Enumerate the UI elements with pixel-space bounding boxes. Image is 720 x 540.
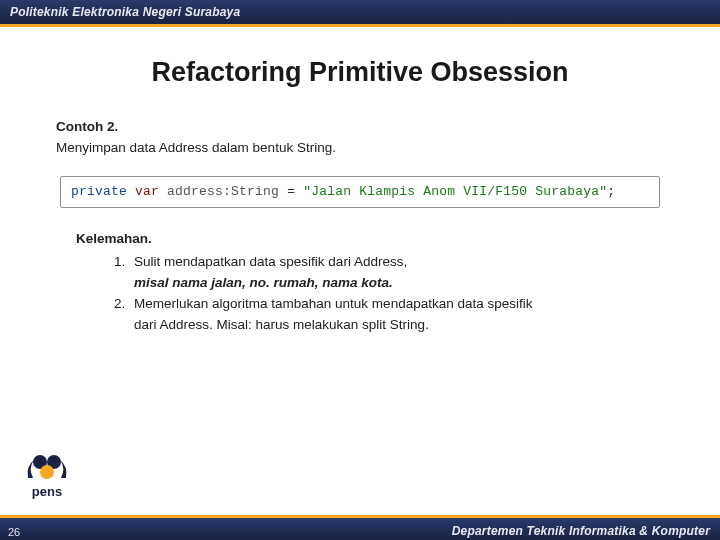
list-text: Memerlukan algoritma tambahan untuk mend…	[134, 296, 532, 311]
svg-point-2	[40, 465, 54, 479]
example-label: Contoh 2.	[56, 118, 664, 137]
code-semicolon: ;	[607, 184, 615, 199]
footer-bar: 26 Departemen Teknik Informatika & Kompu…	[0, 518, 720, 540]
weakness-block: Kelemahan. 1.Sulit mendapatkan data spes…	[76, 230, 664, 334]
svg-text:pens: pens	[32, 484, 62, 499]
header-accent-line	[0, 24, 720, 27]
content-area: Contoh 2. Menyimpan data Address dalam b…	[0, 118, 720, 334]
list-item: 1.Sulit mendapatkan data spesifik dari A…	[114, 253, 664, 272]
example-description: Menyimpan data Address dalam bentuk Stri…	[56, 139, 664, 158]
code-keyword-var: var	[135, 184, 159, 199]
header-bar: Politeknik Elektronika Negeri Surabaya	[0, 0, 720, 24]
page-number: 26	[8, 526, 20, 538]
weakness-title: Kelemahan.	[76, 230, 664, 249]
pens-logo: pens	[20, 448, 76, 504]
institution-name: Politeknik Elektronika Negeri Surabaya	[10, 5, 240, 19]
list-item-cont: dari Address. Misal: harus melakukan spl…	[134, 316, 664, 335]
list-item-cont: misal nama jalan, no. rumah, nama kota.	[134, 274, 664, 293]
code-type: String	[231, 184, 279, 199]
slide-title: Refactoring Primitive Obsession	[0, 57, 720, 88]
code-equals: =	[287, 184, 303, 199]
list-number: 2.	[114, 295, 134, 314]
list-text: Sulit mendapatkan data spesifik dari Add…	[134, 254, 407, 269]
code-keyword-private: private	[71, 184, 127, 199]
list-number: 1.	[114, 253, 134, 272]
weakness-list: 1.Sulit mendapatkan data spesifik dari A…	[114, 253, 664, 335]
code-snippet: private var address:String = "Jalan Klam…	[60, 176, 660, 208]
department-name: Departemen Teknik Informatika & Komputer	[452, 524, 710, 538]
code-colon: :	[223, 184, 231, 199]
code-string: "Jalan Klampis Anom VII/F150 Surabaya"	[303, 184, 607, 199]
code-identifier: address	[167, 184, 223, 199]
list-item: 2.Memerlukan algoritma tambahan untuk me…	[114, 295, 664, 314]
